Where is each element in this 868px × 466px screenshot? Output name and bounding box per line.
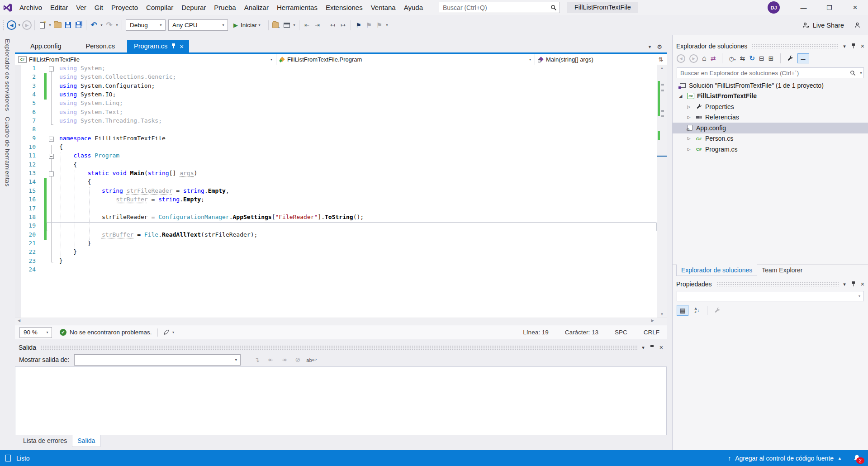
caret-column[interactable]: Carácter: 13 (565, 329, 598, 336)
minimize-button[interactable]: — (791, 0, 816, 15)
panel-drag-texture[interactable] (41, 346, 637, 350)
expander-collapsed-icon[interactable]: ▷ (684, 115, 693, 119)
code-editor[interactable]: 1using System;2using System.Collections.… (15, 65, 667, 318)
quick-search[interactable] (439, 2, 560, 13)
scroll-right-icon[interactable]: ▶ (651, 319, 654, 323)
clear-all-icon[interactable]: ⊘ (293, 356, 303, 363)
new-file-dropdown-icon[interactable]: ▾ (47, 23, 52, 27)
quick-search-input[interactable] (439, 4, 548, 11)
code-line-20[interactable]: 20 strBuffer = File.ReadAllText(strFileR… (15, 231, 657, 240)
word-wrap-icon[interactable]: ab↩ (306, 357, 317, 363)
forward-icon[interactable]: ▶ (689, 54, 698, 63)
menu-proyecto[interactable]: Proyecto (107, 0, 142, 15)
save-icon[interactable] (63, 19, 73, 31)
pending-changes-filter-icon[interactable]: ◷▾ (729, 55, 735, 62)
code-line-15[interactable]: 15 string strFileReader = string.Empty, (15, 187, 657, 196)
code-line-21[interactable]: 21 } (15, 240, 657, 248)
code-line-17[interactable]: 17 (15, 205, 657, 214)
code-line-1[interactable]: 1using System; (15, 65, 657, 73)
open-file-icon[interactable] (52, 19, 63, 31)
switch-views-icon[interactable]: ⇆ (740, 55, 745, 62)
environment-dropdown-icon[interactable]: ▾ (292, 23, 297, 27)
bottom-tab-lista-de-errores[interactable]: Lista de errores (18, 435, 72, 447)
start-dropdown-icon[interactable]: ▾ (257, 23, 262, 27)
problems-status[interactable]: No se encontraron problemas. (70, 329, 152, 336)
output-content[interactable] (15, 366, 667, 435)
menu-analizar[interactable]: Analizar (240, 0, 273, 15)
previous-bookmark-icon[interactable]: ⚑ (364, 19, 374, 31)
panel-tab-explorador-de-soluciones[interactable]: Explorador de soluciones (676, 264, 757, 276)
collapse-region-icon[interactable] (49, 154, 54, 159)
toolbar-overflow-icon[interactable]: ▾ (384, 23, 389, 27)
menu-prueba[interactable]: Prueba (210, 0, 240, 15)
fold-margin[interactable] (47, 65, 57, 73)
active-files-dropdown-icon[interactable]: ▾ (649, 44, 651, 50)
collapse-all-icon[interactable]: ⊟ (759, 55, 764, 62)
menu-archivo[interactable]: Archivo (15, 0, 46, 15)
bottom-tab-salida[interactable]: Salida (72, 435, 100, 447)
sync-with-active-document-icon[interactable]: ⇄ (711, 55, 716, 62)
alphabetical-sort-icon[interactable]: AZ↓ (691, 305, 703, 316)
refresh-icon[interactable]: ↻ (749, 54, 755, 62)
code-cleanup-button[interactable]: ▾ (163, 329, 176, 335)
start-debugging-button[interactable]: ▶ Iniciar ▾ (230, 19, 265, 31)
solution-configurations-combo[interactable]: Debug▾ (126, 19, 166, 31)
menu-ayuda[interactable]: Ayuda (400, 0, 427, 15)
collapse-region-icon[interactable] (49, 67, 54, 71)
expander-collapsed-icon[interactable]: ▷ (684, 136, 693, 141)
collapse-region-icon[interactable] (49, 137, 54, 142)
tree-item-referencias[interactable]: ▷Referencias (673, 112, 868, 123)
tree-item-properties[interactable]: ▷Properties (673, 101, 868, 112)
source-control-caret-icon[interactable]: ▲ (838, 456, 842, 461)
previous-message-icon[interactable]: ↞ (266, 356, 275, 363)
menu-ventana[interactable]: Ventana (367, 0, 400, 15)
code-line-18[interactable]: 18 strFileReader = ConfigurationManager.… (15, 214, 657, 222)
panel-drag-texture[interactable] (716, 282, 839, 286)
next-bookmark-icon[interactable]: ⚑ (374, 19, 384, 31)
zoom-combo[interactable]: 90 %▾ (19, 327, 52, 338)
restore-button[interactable]: ❐ (816, 0, 842, 15)
panel-tab-team-explorer[interactable]: Team Explorer (757, 265, 807, 276)
undo-icon[interactable]: ↶ (89, 19, 99, 31)
code-line-7[interactable]: 7using System.Threading.Tasks; (15, 117, 657, 126)
code-line-5[interactable]: 5using System.Linq; (15, 100, 657, 108)
fold-margin[interactable] (47, 135, 57, 143)
solution-explorer-search[interactable]: ▾ (677, 67, 864, 78)
code-line-23[interactable]: 23} (15, 257, 657, 266)
code-line-3[interactable]: 3using System.Configuration; (15, 82, 657, 91)
home-icon[interactable]: ⌂ (702, 54, 707, 62)
document-tab-program.cs[interactable]: Program.cs× (127, 40, 189, 52)
indentation-mode[interactable]: SPC (615, 329, 627, 336)
output-title-bar[interactable]: Salida ▾ × (15, 342, 667, 353)
code-line-13[interactable]: 13 static void Main(string[] args) (15, 170, 657, 178)
type-dropdown[interactable]: FillListFromTextFile.Program ▾ (276, 54, 535, 65)
decrease-indent-icon[interactable]: ↤ (327, 19, 338, 31)
solution-name-button[interactable]: FillListFromTextFile (567, 2, 638, 13)
window-position-dropdown-icon[interactable]: ▾ (843, 43, 846, 49)
tab-settings-gear-icon[interactable]: ⚙ (657, 43, 662, 50)
code-line-10[interactable]: 10{ (15, 143, 657, 152)
toolbar-grip[interactable] (2, 20, 5, 31)
menu-git[interactable]: Git (90, 0, 107, 15)
expander-collapsed-icon[interactable]: ▷ (684, 105, 693, 109)
solution-explorer-title-bar[interactable]: Explorador de soluciones ▾ × (673, 41, 868, 52)
output-source-combo[interactable]: ▾ (74, 354, 241, 366)
live-share-button[interactable]: Live Share (813, 22, 844, 29)
code-line-6[interactable]: 6using System.Text; (15, 109, 657, 117)
document-tab-app.config[interactable]: App.config (18, 40, 74, 52)
panel-drag-texture[interactable] (752, 44, 839, 48)
menu-herramientas[interactable]: Herramientas (273, 0, 322, 15)
toggle-bookmark-icon[interactable]: ⚑ (353, 19, 364, 31)
tree-item-person.cs[interactable]: ▷Person.cs (673, 133, 868, 144)
undo-dropdown-icon[interactable]: ▾ (99, 23, 104, 27)
menu-ver[interactable]: Ver (72, 0, 90, 15)
properties-object-combo[interactable]: ▾ (677, 291, 864, 301)
split-window-icon[interactable]: ⇅ (655, 54, 667, 65)
menu-editar[interactable]: Editar (46, 0, 72, 15)
tree-item-soluci-n-filllistfromtextfile-1-de-1-proyecto-[interactable]: Solución "FillListFromTextFile" (1 de 1 … (673, 80, 868, 91)
tool-tab-server-explorer[interactable]: Explorador de servidores (4, 39, 11, 111)
pin-icon[interactable] (851, 281, 855, 287)
navigate-forward-icon[interactable]: ▶ (22, 19, 32, 31)
preview-selected-items-icon[interactable]: ▬ (797, 53, 809, 63)
fold-margin[interactable] (47, 152, 57, 161)
